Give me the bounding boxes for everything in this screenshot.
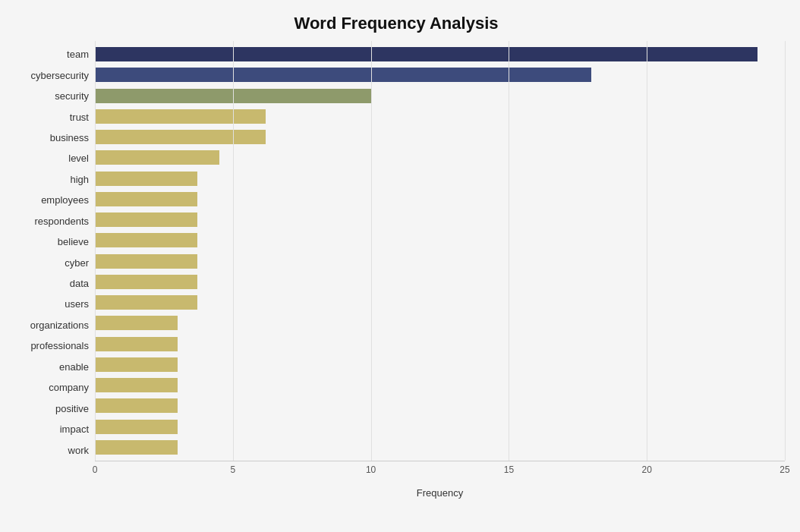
bar-organizations [95, 316, 178, 330]
bar-cyber [95, 254, 197, 269]
y-label-team: team [8, 49, 89, 59]
bar-row-cyber [95, 251, 785, 272]
y-label-work: work [8, 445, 89, 455]
bar-employees [95, 192, 197, 206]
bar-row-company [95, 375, 785, 395]
bar-row-team [95, 44, 785, 65]
bar-team [95, 47, 757, 61]
bar-work [95, 440, 178, 455]
bar-row-enable [95, 354, 785, 375]
y-label-business: business [8, 133, 89, 143]
x-tick-20: 20 [642, 464, 652, 475]
bar-business [95, 130, 266, 144]
y-axis-labels: teamcybersecuritysecuritytrustbusinessle… [8, 41, 95, 482]
y-label-cyber: cyber [8, 258, 89, 268]
y-label-employees: employees [8, 195, 89, 205]
y-label-respondents: respondents [8, 216, 89, 226]
y-label-security: security [8, 91, 89, 101]
chart-container: Word Frequency Analysis teamcybersecurit… [0, 0, 800, 532]
x-axis: Frequency 0510152025 [95, 461, 785, 482]
bar-high [95, 172, 197, 186]
bar-row-believe [95, 230, 785, 250]
y-label-cybersecurity: cybersecurity [8, 71, 89, 80]
bar-users [95, 295, 197, 310]
x-tick-25: 25 [780, 464, 789, 475]
x-tick-0: 0 [93, 464, 98, 475]
x-tick-5: 5 [230, 464, 235, 475]
x-tick-15: 15 [504, 464, 514, 475]
x-axis-label: Frequency [417, 487, 463, 499]
bar-enable [95, 357, 178, 372]
bar-level [95, 150, 219, 165]
y-label-organizations: organizations [8, 320, 89, 330]
grid-line [371, 41, 372, 461]
grid-line [95, 41, 96, 461]
grid-line [785, 41, 786, 461]
x-tick-10: 10 [366, 464, 376, 475]
y-label-level: level [8, 153, 89, 163]
y-label-positive: positive [8, 404, 89, 414]
bar-row-positive [95, 395, 785, 416]
bar-row-impact [95, 417, 785, 437]
y-label-believe: believe [8, 237, 89, 247]
grid-line [233, 41, 234, 461]
bar-cybersecurity [95, 68, 591, 82]
bar-trust [95, 109, 266, 124]
bar-professionals [95, 337, 178, 351]
grid-and-bars: Frequency 0510152025 [95, 41, 785, 482]
bar-impact [95, 420, 178, 434]
bar-company [95, 378, 178, 392]
bars-wrapper [95, 41, 785, 461]
bar-row-work [95, 437, 785, 458]
bar-row-users [95, 292, 785, 313]
bar-row-level [95, 147, 785, 168]
bar-row-trust [95, 106, 785, 127]
bar-row-professionals [95, 334, 785, 354]
grid-line [509, 41, 509, 461]
bars-section: Frequency 0510152025 [95, 41, 785, 482]
bar-row-data [95, 272, 785, 292]
y-label-data: data [8, 279, 89, 288]
bar-positive [95, 398, 178, 413]
y-label-company: company [8, 382, 89, 392]
bar-data [95, 275, 197, 289]
chart-area: teamcybersecuritysecuritytrustbusinessle… [8, 41, 785, 482]
bar-row-cybersecurity [95, 65, 785, 85]
y-label-enable: enable [8, 362, 89, 372]
grid-line [647, 41, 647, 461]
chart-title: Word Frequency Analysis [8, 8, 785, 33]
bar-respondents [95, 212, 197, 227]
bar-row-respondents [95, 209, 785, 230]
bar-believe [95, 233, 197, 247]
y-label-high: high [8, 175, 89, 184]
y-label-impact: impact [8, 424, 89, 434]
bar-row-business [95, 127, 785, 147]
y-label-professionals: professionals [8, 341, 89, 351]
y-label-users: users [8, 299, 89, 309]
y-label-trust: trust [8, 112, 89, 122]
bar-row-high [95, 168, 785, 189]
bar-row-security [95, 86, 785, 106]
bar-row-organizations [95, 313, 785, 333]
bar-row-employees [95, 189, 785, 209]
